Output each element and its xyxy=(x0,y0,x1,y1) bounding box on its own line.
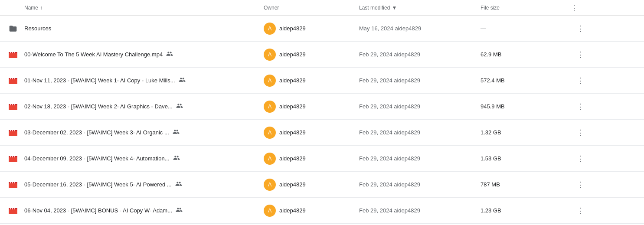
shared-icon xyxy=(173,128,180,137)
file-name: 00-Welcome To The 5 Week AI Mastery Chal… xyxy=(24,51,163,58)
owner-cell: A aidep4829 xyxy=(264,127,359,139)
svg-rect-27 xyxy=(10,182,11,183)
svg-rect-2 xyxy=(10,52,11,53)
avatar: A xyxy=(264,127,276,139)
svg-rect-33 xyxy=(12,208,13,209)
svg-rect-9 xyxy=(14,78,15,79)
svg-rect-18 xyxy=(12,130,13,131)
svg-rect-32 xyxy=(10,208,11,209)
file-name-group: 05-December 16, 2023 - [5WAIMC] Week 5- … xyxy=(24,180,182,189)
avatar: A xyxy=(264,49,276,61)
owner-name: aidep4829 xyxy=(279,207,306,214)
shared-icon xyxy=(179,76,186,85)
shared-icon xyxy=(173,154,180,163)
shared-icon xyxy=(176,102,183,111)
name-sort-arrow: ↑ xyxy=(40,5,42,11)
file-name: 06-Nov 04, 2023 - [5WAIMC] BONUS - AI Co… xyxy=(24,207,172,214)
modified-cell: Feb 29, 2024 aidep4829 xyxy=(359,155,481,162)
svg-rect-17 xyxy=(10,130,11,131)
svg-rect-8 xyxy=(12,78,13,79)
size-column-header[interactable]: File size xyxy=(481,5,567,11)
file-name-cell: 01-Nov 11, 2023 - [5WAIMC] Week 1- AI Co… xyxy=(3,75,264,87)
avatar: A xyxy=(264,101,276,113)
video-icon xyxy=(7,179,19,191)
modified-cell: Feb 29, 2024 aidep4829 xyxy=(359,103,481,110)
row-more-button[interactable]: ⋮ xyxy=(573,74,587,88)
shared-icon xyxy=(176,206,183,215)
file-name: 05-December 16, 2023 - [5WAIMC] Week 5- … xyxy=(24,181,172,188)
actions-cell: ⋮ xyxy=(567,178,593,192)
row-more-button[interactable]: ⋮ xyxy=(573,204,587,218)
video-icon xyxy=(7,49,19,61)
table-row[interactable]: 01-Nov 11, 2023 - [5WAIMC] Week 1- AI Co… xyxy=(0,68,644,94)
row-more-button[interactable]: ⋮ xyxy=(573,100,587,114)
name-header-label: Name xyxy=(24,5,38,11)
file-name-group: 02-Nov 18, 2023 - [5WAIMC] Week 2- AI Gr… xyxy=(24,102,183,111)
size-cell: 572.4 MB xyxy=(481,77,567,84)
folder-icon xyxy=(7,23,19,35)
svg-rect-12 xyxy=(10,104,11,105)
owner-cell: A aidep4829 xyxy=(264,49,359,61)
avatar: A xyxy=(264,23,276,35)
size-cell: 1.53 GB xyxy=(481,155,567,162)
file-name-cell: Resources xyxy=(3,23,264,35)
row-more-button[interactable]: ⋮ xyxy=(573,152,587,166)
table-row[interactable]: 00-Welcome To The 5 Week AI Mastery Chal… xyxy=(0,42,644,68)
modified-cell: Feb 29, 2024 aidep4829 xyxy=(359,77,481,84)
modified-column-header[interactable]: Last modified ▼ xyxy=(359,5,481,11)
shared-icon xyxy=(166,50,173,59)
actions-cell: ⋮ xyxy=(567,22,593,36)
file-name-cell: 06-Nov 04, 2023 - [5WAIMC] BONUS - AI Co… xyxy=(3,205,264,217)
size-cell: 1.23 GB xyxy=(481,207,567,214)
name-column-header[interactable]: Name ↑ xyxy=(3,5,264,11)
table-row[interactable]: Resources A aidep4829 May 16, 2024 aidep… xyxy=(0,16,644,42)
size-cell: 62.9 MB xyxy=(481,51,567,58)
row-more-button[interactable]: ⋮ xyxy=(573,48,587,62)
row-more-button[interactable]: ⋮ xyxy=(573,22,587,36)
modified-cell: May 16, 2024 aidep4829 xyxy=(359,25,481,32)
owner-name: aidep4829 xyxy=(279,25,306,32)
svg-rect-14 xyxy=(14,104,15,105)
svg-rect-3 xyxy=(12,52,13,53)
file-name-group: 04-December 09, 2023 - [5WAIMC] Week 4- … xyxy=(24,154,180,163)
owner-name: aidep4829 xyxy=(279,181,306,188)
row-more-button[interactable]: ⋮ xyxy=(573,126,587,140)
table-row[interactable]: 03-December 02, 2023 - [5WAIMC] Week 3- … xyxy=(0,120,644,146)
file-name: 04-December 09, 2023 - [5WAIMC] Week 4- … xyxy=(24,155,170,162)
avatar: A xyxy=(264,153,276,165)
table-row[interactable]: 05-December 16, 2023 - [5WAIMC] Week 5- … xyxy=(0,172,644,198)
file-name-cell: 00-Welcome To The 5 Week AI Mastery Chal… xyxy=(3,49,264,61)
owner-name: aidep4829 xyxy=(279,51,306,58)
file-name: 03-December 02, 2023 - [5WAIMC] Week 3- … xyxy=(24,129,169,136)
row-more-button[interactable]: ⋮ xyxy=(573,178,587,192)
table-row[interactable]: 02-Nov 18, 2023 - [5WAIMC] Week 2- AI Gr… xyxy=(0,94,644,120)
owner-cell: A aidep4829 xyxy=(264,75,359,87)
owner-cell: A aidep4829 xyxy=(264,101,359,113)
svg-rect-34 xyxy=(14,208,15,209)
owner-cell: A aidep4829 xyxy=(264,23,359,35)
modified-sort-arrow: ▼ xyxy=(392,5,397,11)
table-body: Resources A aidep4829 May 16, 2024 aidep… xyxy=(0,16,644,224)
svg-rect-28 xyxy=(12,182,13,183)
actions-cell: ⋮ xyxy=(567,74,593,88)
owner-cell: A aidep4829 xyxy=(264,153,359,165)
svg-rect-24 xyxy=(14,156,15,157)
table-row[interactable]: 04-December 09, 2023 - [5WAIMC] Week 4- … xyxy=(0,146,644,172)
video-icon xyxy=(7,101,19,113)
owner-cell: A aidep4829 xyxy=(264,179,359,191)
owner-cell: A aidep4829 xyxy=(264,205,359,217)
svg-rect-22 xyxy=(10,156,11,157)
table-row[interactable]: 06-Nov 04, 2023 - [5WAIMC] BONUS - AI Co… xyxy=(0,198,644,224)
owner-name: aidep4829 xyxy=(279,129,306,136)
video-icon xyxy=(7,127,19,139)
owner-column-header[interactable]: Owner xyxy=(264,5,359,11)
file-name: 01-Nov 11, 2023 - [5WAIMC] Week 1- AI Co… xyxy=(24,77,175,84)
size-cell: 1.32 GB xyxy=(481,129,567,136)
actions-cell: ⋮ xyxy=(567,204,593,218)
video-icon xyxy=(7,153,19,165)
header-more-button[interactable]: ⋮ xyxy=(567,1,581,15)
svg-rect-23 xyxy=(12,156,13,157)
actions-cell: ⋮ xyxy=(567,48,593,62)
svg-rect-19 xyxy=(14,130,15,131)
owner-header-label: Owner xyxy=(264,5,279,11)
